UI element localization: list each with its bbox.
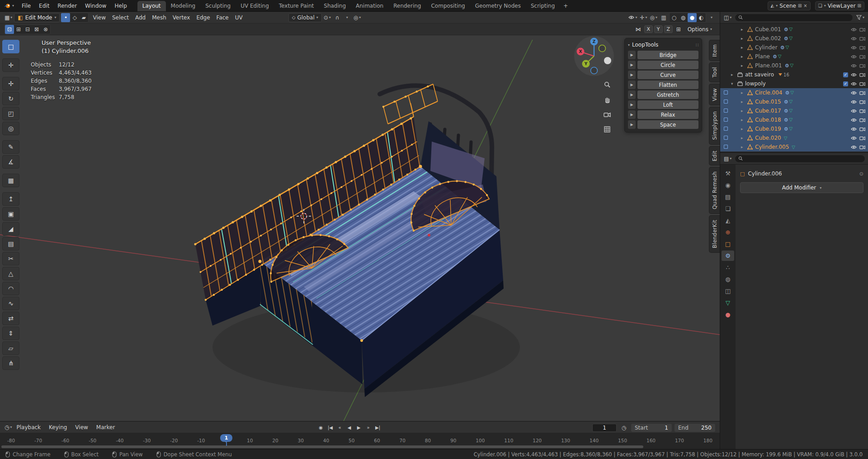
sidebar-tab[interactable]: Quad Remesh — [709, 167, 720, 214]
expand-chevron-icon[interactable] — [731, 72, 736, 77]
outliner-row[interactable]: Cylinder.005 ⚙ ▽ ✓ — [720, 142, 868, 151]
menu-item[interactable]: Help — [110, 0, 131, 11]
properties-tab[interactable]: ⊕ — [722, 227, 734, 237]
object-name[interactable]: Cube.018 — [755, 117, 781, 123]
mesh-data-icon[interactable]: ▽ — [786, 45, 789, 51]
object-name[interactable]: Cylinder — [755, 44, 778, 51]
expand-arrow-button[interactable]: ▶ — [628, 100, 636, 109]
expand-arrow-button[interactable]: ▶ — [628, 110, 636, 119]
workspace-tab[interactable]: Rendering — [388, 1, 426, 11]
expand-chevron-icon[interactable] — [741, 109, 745, 113]
viewport-menu-item[interactable]: Mesh — [149, 12, 170, 24]
tool-button[interactable]: ↻ — [2, 92, 19, 105]
shading-dropdown[interactable]: ▾ — [707, 13, 716, 22]
add-modifier-button[interactable]: Add Modifier ▾ — [740, 182, 863, 193]
render-camera-icon[interactable] — [859, 118, 865, 122]
outliner-row[interactable]: Cylinder ⚙ ▽ ✓ — [720, 43, 868, 52]
blender-menu-button[interactable]: ▾ — [0, 0, 18, 11]
select-op-button[interactable]: ⊟ — [23, 25, 32, 34]
expand-chevron-icon[interactable] — [741, 136, 745, 140]
properties-tab[interactable]: ◉ — [722, 180, 734, 190]
object-name[interactable]: att saveiro — [745, 71, 774, 78]
select-mode-button[interactable]: ▰ — [79, 13, 88, 22]
transport-button[interactable]: « — [335, 423, 344, 432]
modifier-wrench-icon[interactable]: ⚙ — [784, 36, 788, 42]
looptools-button[interactable]: Flatten — [637, 80, 698, 89]
render-camera-icon[interactable] — [859, 27, 865, 32]
expand-chevron-icon[interactable] — [741, 99, 745, 104]
expand-arrow-button[interactable]: ▶ — [628, 71, 636, 79]
hide-eye-icon[interactable] — [851, 145, 857, 149]
timeline-menu-item[interactable]: Marker — [93, 421, 118, 433]
gizmos-dropdown[interactable]: ✛▾ — [639, 13, 648, 22]
properties-tab[interactable]: ▤ — [722, 192, 734, 202]
mirror-axis-button[interactable]: X — [644, 25, 653, 33]
modifier-wrench-icon[interactable]: ⚙ — [784, 117, 788, 123]
outliner-row[interactable]: lowpoly ⚙ ▽ ✓ — [720, 79, 868, 88]
current-frame-field[interactable]: 1 — [592, 424, 617, 432]
tool-button[interactable]: ∡ — [2, 155, 19, 169]
modifier-wrench-icon[interactable]: ⚙ — [785, 90, 789, 96]
workspace-tab[interactable]: Texture Paint — [274, 1, 319, 11]
select-mode-button[interactable]: ◇ — [70, 13, 79, 22]
mesh-data-icon[interactable]: ▽ — [784, 136, 788, 141]
mirror-axis-button[interactable]: Y — [654, 25, 663, 33]
collapse-chevron-icon[interactable]: ▾ — [628, 43, 630, 47]
hide-eye-icon[interactable] — [851, 127, 857, 131]
ortho-grid-icon[interactable] — [601, 123, 613, 135]
properties-tab[interactable]: ▽ — [722, 298, 734, 308]
expand-arrow-button[interactable]: ▶ — [628, 51, 636, 59]
workspace-tab[interactable]: Scripting — [526, 1, 560, 11]
render-camera-icon[interactable] — [859, 81, 865, 86]
workspace-tab[interactable]: Layout — [137, 1, 166, 11]
transport-button[interactable]: ▶| — [373, 423, 382, 432]
scene-selector[interactable]: ◭ ▾ Scene ⊞ × — [768, 1, 811, 10]
modifier-wrench-icon[interactable]: ⚙ — [784, 27, 788, 33]
workspace-tab[interactable]: Geometry Nodes — [470, 1, 526, 11]
tool-button[interactable]: ◰ — [2, 107, 19, 120]
render-camera-icon[interactable] — [859, 45, 865, 50]
viewport-menu-item[interactable]: Add — [132, 12, 149, 24]
object-name[interactable]: Plane — [755, 53, 770, 60]
menu-item[interactable]: Window — [81, 0, 110, 11]
properties-search-input[interactable] — [745, 156, 862, 161]
hide-eye-icon[interactable] — [851, 64, 857, 68]
timeline-menu-item[interactable]: Playback — [13, 421, 45, 433]
tool-button[interactable]: ⇄ — [2, 312, 19, 325]
viewlayer-selector[interactable]: ❏ ▾ ViewLayer ⊞ — [815, 1, 864, 10]
outliner-row[interactable]: Plane.001 ⚙ ▽ ✓ — [720, 61, 868, 70]
snap-magnet-toggle[interactable]: ∩ — [333, 13, 342, 22]
object-name[interactable]: Cube.015 — [755, 99, 781, 105]
mesh-data-icon[interactable]: ▽ — [790, 63, 794, 69]
tool-button[interactable]: ▱ — [2, 341, 19, 355]
workspace-tab[interactable]: UV Editing — [236, 1, 274, 11]
looptools-button[interactable]: Loft — [637, 100, 698, 109]
object-name[interactable]: Plane.001 — [755, 62, 782, 69]
hide-eye-icon[interactable] — [851, 37, 857, 41]
expand-chevron-icon[interactable] — [741, 127, 745, 131]
hide-eye-icon[interactable] — [851, 91, 857, 95]
tool-button[interactable]: ▤ — [2, 237, 19, 251]
transport-button[interactable]: ◉ — [316, 423, 325, 432]
render-camera-icon[interactable] — [859, 99, 865, 104]
properties-editor-type-button[interactable]: ▤▾ — [723, 154, 732, 163]
exclude-checkbox[interactable]: ✓ — [843, 72, 848, 77]
select-op-button[interactable]: ⊠ — [32, 25, 41, 34]
expand-chevron-icon[interactable] — [741, 36, 745, 41]
expand-chevron-icon[interactable] — [741, 45, 745, 50]
hide-eye-icon[interactable] — [851, 82, 857, 86]
properties-tab[interactable]: ⚒ — [722, 168, 734, 179]
properties-tab[interactable]: □ — [722, 239, 734, 249]
viewport-menu-item[interactable]: Select — [109, 12, 132, 24]
object-name[interactable]: Cylinder.005 — [755, 144, 789, 150]
tool-button[interactable]: ⇕ — [2, 327, 19, 340]
render-camera-icon[interactable] — [859, 63, 865, 68]
render-camera-icon[interactable] — [859, 136, 865, 140]
transport-button[interactable]: |◀ — [326, 423, 335, 432]
expand-arrow-button[interactable]: ▶ — [628, 61, 636, 69]
timeline-editor-type-button[interactable]: ◷▾ — [4, 423, 13, 432]
select-op-button[interactable]: ⊞ — [14, 25, 23, 34]
tool-button[interactable]: △ — [2, 267, 19, 280]
expand-chevron-icon[interactable] — [741, 90, 745, 95]
tool-button[interactable]: ◢ — [2, 222, 19, 236]
